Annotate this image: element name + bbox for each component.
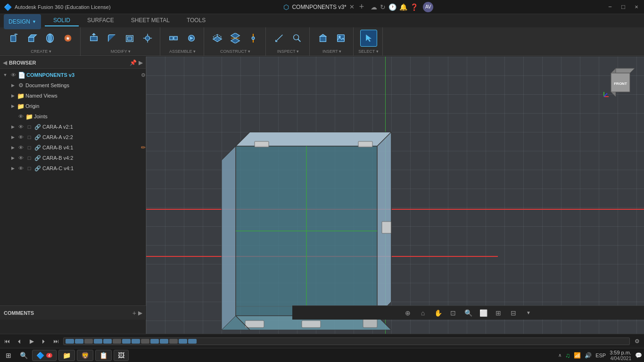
cara-c-v4-1-visibility[interactable]: 👁 — [17, 165, 25, 172]
timeline-rewind-button[interactable]: ⏮ — [2, 336, 12, 346]
bell-icon[interactable]: 🔔 — [399, 3, 407, 11]
named-views-arrow[interactable]: ▶ — [9, 92, 16, 99]
viewcube[interactable]: FRONT — [602, 61, 639, 99]
cloud-icon[interactable]: ☁ — [371, 3, 377, 11]
browser-pin-icon[interactable]: 📌 — [130, 59, 137, 66]
grid-button[interactable]: ⊞ — [493, 307, 504, 319]
press-pull-button[interactable] — [85, 30, 102, 47]
comments-expand-icon[interactable]: ▶ — [138, 310, 142, 316]
search-taskbar-button[interactable]: 🔍 — [17, 350, 30, 361]
maximize-button[interactable]: □ — [619, 3, 627, 11]
comments-add-icon[interactable]: + — [132, 309, 136, 317]
pdf-taskbar-app[interactable]: 📋 — [95, 350, 112, 361]
view-options-button[interactable]: ⊟ — [508, 307, 519, 319]
revolve-button[interactable] — [41, 30, 58, 47]
home-button[interactable]: ⌂ — [417, 307, 429, 319]
close-tab-icon[interactable]: ✕ — [349, 3, 355, 10]
canvas-button[interactable] — [332, 30, 349, 47]
cara-b-v4-2-visibility[interactable]: 👁 — [17, 154, 25, 162]
root-visibility-icon[interactable]: 👁 — [9, 71, 17, 79]
tree-named-views[interactable]: ▶ 📁 Named Views — [0, 90, 146, 101]
timeline-prev-button[interactable]: ⏴ — [14, 336, 25, 346]
collapse-icon[interactable]: ◀ — [3, 59, 7, 66]
tree-cara-b-v4-1[interactable]: ▶ 👁 □ 🔗 CARA-B v4:1 ✏ — [0, 142, 146, 153]
clock-icon[interactable]: 🕐 — [388, 3, 396, 11]
sys-tray-expand[interactable]: ∧ — [558, 353, 561, 358]
create-dropdown-button[interactable]: ★ — [59, 30, 76, 47]
help-icon[interactable]: ❓ — [410, 3, 418, 11]
view-options-dropdown[interactable]: ▼ — [523, 307, 534, 319]
browser-expand-icon[interactable]: ▶ — [139, 59, 143, 66]
clock[interactable]: 3:59 p.m. 4/04/2021 — [610, 350, 631, 361]
cara-b-v4-2-arrow[interactable]: ▶ — [9, 155, 16, 161]
cara-a-v2-1-arrow[interactable]: ▶ — [9, 123, 16, 130]
shell-button[interactable] — [121, 30, 138, 47]
tree-root[interactable]: ▼ 👁 📄 COMNPONENTS v3 ⚙ — [0, 70, 146, 80]
inspect-dropdown-button[interactable] — [289, 30, 305, 47]
root-collapse-icon[interactable]: ▼ — [2, 72, 8, 78]
photos-taskbar-app[interactable]: 🖼 — [114, 350, 129, 361]
origin-arrow[interactable]: ▶ — [9, 103, 16, 109]
timeline-next-button[interactable]: ⏵ — [39, 336, 49, 346]
construct-dropdown-button[interactable] — [245, 30, 262, 47]
timeline-item-7 — [122, 339, 131, 344]
extrude-button[interactable] — [24, 30, 41, 47]
select-button[interactable] — [360, 30, 377, 47]
start-button[interactable]: ⊞ — [2, 350, 15, 361]
timeline-end-button[interactable]: ⏭ — [51, 336, 61, 346]
timeline-item-14 — [188, 339, 197, 344]
motion-button[interactable] — [183, 30, 200, 47]
timeline-settings-button[interactable]: ⚙ — [632, 336, 642, 346]
new-tab-btn[interactable]: + — [359, 2, 364, 12]
tree-cara-a-v2-1[interactable]: ▶ 👁 □ 🔗 CARA-A v2:1 — [0, 122, 146, 132]
user-avatar[interactable]: AV — [423, 2, 433, 12]
tab-sheetmetal[interactable]: SHEET METAL — [123, 15, 178, 26]
spotify-icon[interactable]: ♫ — [565, 352, 570, 359]
cara-b-v4-1-visibility[interactable]: 👁 — [17, 144, 25, 151]
fusion360-taskbar-app[interactable]: 🔷 4 — [32, 350, 57, 361]
zoom-window-button[interactable]: 🔍 — [462, 307, 474, 319]
zoom-fit-button[interactable]: ⊡ — [447, 307, 459, 319]
measure-button[interactable] — [271, 30, 288, 47]
cara-b-v4-1-label: CARA-B v4:1 — [42, 145, 138, 150]
timeline-play-button[interactable]: ▶ — [26, 336, 37, 346]
orbit-button[interactable]: ⊕ — [402, 307, 413, 319]
offset-plane-button[interactable] — [209, 30, 226, 47]
tab-tools[interactable]: TOOLS — [178, 15, 214, 26]
root-settings-icon[interactable]: ⚙ — [141, 72, 146, 78]
joints-visibility-icon[interactable]: 👁 — [17, 113, 25, 120]
joint-button[interactable] — [165, 30, 182, 47]
minimize-button[interactable]: − — [606, 3, 614, 11]
cara-a-v2-2-arrow[interactable]: ▶ — [9, 134, 16, 140]
close-button[interactable]: × — [633, 3, 640, 11]
cara-c-v4-1-arrow[interactable]: ▶ — [9, 165, 16, 172]
tab-solid[interactable]: SOLID — [45, 15, 79, 26]
network-icon[interactable]: 📶 — [574, 352, 581, 359]
tree-joints[interactable]: ▶ 👁 📁 Joints — [0, 111, 146, 122]
language-indicator[interactable]: ESP — [595, 353, 606, 358]
viewport[interactable]: FRONT ⊕ ⌂ ✋ ⊡ 🔍 ⬜ ⊞ ⊟ ▼ — [146, 57, 644, 334]
notification-icon[interactable]: 💬 — [635, 352, 642, 359]
doc-settings-arrow[interactable]: ▶ — [9, 82, 16, 89]
tree-origin[interactable]: ▶ 📁 Origin — [0, 101, 146, 111]
move-button[interactable] — [139, 30, 156, 47]
fillet-button[interactable] — [103, 30, 120, 47]
tree-cara-b-v4-2[interactable]: ▶ 👁 □ 🔗 CARA-B v4:2 — [0, 153, 146, 163]
tree-cara-a-v2-2[interactable]: ▶ 👁 □ 🔗 CARA-A v2:2 — [0, 132, 146, 142]
insert-mesh-button[interactable] — [314, 30, 331, 47]
pan-button[interactable]: ✋ — [432, 307, 444, 319]
brave-taskbar-app[interactable]: 🦁 — [77, 350, 93, 361]
explorer-taskbar-app[interactable]: 📁 — [58, 350, 75, 361]
volume-icon[interactable]: 🔊 — [585, 352, 592, 359]
timeline-track[interactable] — [63, 337, 630, 345]
cara-b-v4-1-arrow[interactable]: ▶ — [9, 144, 16, 151]
cara-a-v2-2-visibility[interactable]: 👁 — [17, 133, 25, 141]
cara-a-v2-1-visibility[interactable]: 👁 — [17, 123, 25, 131]
tab-surface[interactable]: SURFACE — [79, 15, 123, 26]
new-component-button[interactable] — [6, 30, 23, 47]
display-mode-button[interactable]: ⬜ — [478, 307, 489, 319]
midplane-button[interactable] — [227, 30, 244, 47]
refresh-icon[interactable]: ↻ — [380, 3, 386, 11]
tree-cara-c-v4-1[interactable]: ▶ 👁 □ 🔗 CARA-C v4:1 — [0, 163, 146, 173]
tree-document-settings[interactable]: ▶ ⚙ Document Settings — [0, 80, 146, 90]
